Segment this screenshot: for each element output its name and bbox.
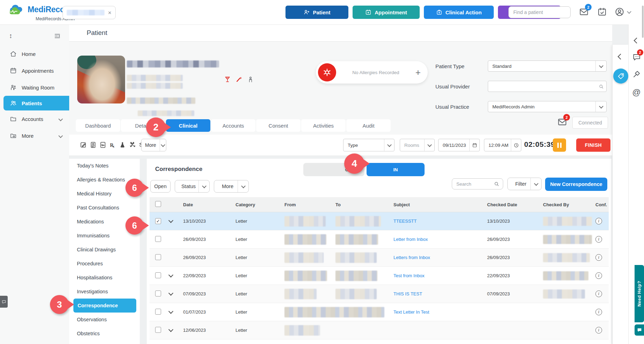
clinical-menu-past-consultations[interactable]: Past Consultations (69, 201, 140, 215)
row-checkbox[interactable] (155, 309, 161, 315)
sidebar-item-patients[interactable]: Patients (3, 96, 69, 110)
table-row[interactable]: 26/09/2023LetterLetters from Inbox26/09/… (150, 249, 609, 267)
pause-button[interactable] (553, 138, 566, 152)
pathology-button[interactable] (119, 141, 126, 149)
info-icon[interactable]: i (595, 327, 602, 334)
need-help-tab[interactable]: Need Help? (635, 265, 644, 322)
pin-button[interactable] (629, 70, 644, 78)
clinical-action-button[interactable]: Clinical Action (424, 6, 494, 19)
chevron-down-icon[interactable] (198, 180, 209, 192)
sidebar-item-accounts[interactable]: Accounts (0, 110, 69, 127)
subject-link[interactable]: Letter from Inbox (393, 237, 428, 242)
usual-provider-input[interactable] (488, 81, 607, 92)
table-row[interactable]: 22/09/2023LetterTest from Inbox22/09/202… (150, 267, 609, 285)
usual-practice-select[interactable]: MediRecords Admin (488, 101, 607, 112)
clinical-menu-observations[interactable]: Observations (69, 313, 140, 327)
help-chat-button[interactable] (635, 324, 644, 336)
mention-button[interactable]: @ (629, 87, 644, 97)
patient-type-select[interactable]: Standard (488, 60, 607, 72)
add-allergy-icon[interactable]: + (415, 67, 421, 78)
sidebar-item-more[interactable]: More (0, 127, 69, 144)
chevron-down-icon[interactable] (160, 139, 166, 151)
collapse-menu-icon[interactable] (54, 33, 61, 40)
person-icon[interactable] (247, 76, 254, 83)
direction-in-toggle[interactable]: IN (367, 163, 425, 176)
info-icon[interactable]: i (595, 272, 602, 279)
row-checkbox[interactable] (155, 254, 161, 260)
clinical-menu-today-s-notes[interactable]: Today's Notes (69, 159, 140, 173)
clinical-menu-clinical-drawings[interactable]: Clinical Drawings (69, 243, 140, 257)
info-icon[interactable]: i (595, 291, 602, 297)
more-actions-button[interactable]: More (214, 180, 249, 193)
sidebar-item-home[interactable]: Home (0, 45, 69, 62)
prescription-button[interactable]: Rx (109, 141, 116, 149)
note-edit-button[interactable] (80, 141, 87, 149)
collapse-rail-button[interactable] (629, 38, 644, 43)
open-button[interactable]: Open (150, 180, 171, 193)
subject-link[interactable]: Letters from Inbox (393, 255, 430, 260)
table-row[interactable]: 26/09/2023LetterLetter from Inbox26/09/2… (150, 230, 609, 249)
row-checkbox[interactable] (155, 327, 161, 333)
sidebar-item-appointments[interactable]: Appointments (0, 62, 69, 79)
account-menu-button[interactable] (614, 7, 631, 17)
resize-handle-icon[interactable]: ↕ (9, 32, 13, 40)
table-row[interactable]: ✓13/10/2023LetterTTEESSTT13/10/2023i (150, 212, 609, 230)
info-icon[interactable]: i (595, 236, 602, 243)
radiology-button[interactable] (129, 141, 136, 149)
tab-audit[interactable]: Audit (346, 119, 391, 132)
smoking-icon[interactable] (236, 76, 243, 83)
find-patient-search[interactable] (508, 6, 571, 18)
row-expander-icon[interactable] (168, 218, 173, 223)
clinical-menu-correspondence[interactable]: Correspondence (73, 299, 136, 313)
table-row[interactable]: 01/07/2023LetterText Letter In Testi (150, 303, 609, 321)
side-chat-tab[interactable] (0, 296, 8, 308)
subject-link[interactable]: Test from Inbox (393, 273, 425, 278)
chevron-down-icon[interactable] (530, 178, 541, 190)
consult-time-field[interactable]: 12:09 AM (484, 139, 521, 151)
rooms-select[interactable]: Rooms (400, 139, 435, 151)
alcohol-icon[interactable] (224, 76, 231, 83)
row-expander-icon[interactable] (168, 291, 173, 296)
find-patient-input[interactable] (513, 9, 577, 15)
chat-button[interactable]: 2 (629, 52, 644, 62)
clinical-menu-hospitalisations[interactable]: Hospitalisations (69, 271, 140, 285)
finish-button[interactable]: FINISH (576, 138, 610, 152)
status-button[interactable]: Status (175, 180, 210, 193)
clinical-menu-investigations[interactable]: Investigations (69, 285, 140, 299)
header-select-all[interactable] (150, 201, 164, 208)
tab-accounts[interactable]: Accounts (211, 119, 255, 132)
clinical-menu-procedures[interactable]: Procedures (69, 257, 140, 271)
consult-date-field[interactable]: 09/11/2023 (438, 139, 480, 151)
row-checkbox[interactable]: ✓ (155, 218, 161, 224)
sidebar-item-waiting-room[interactable]: Waiting Room (0, 79, 69, 96)
close-icon[interactable]: × (108, 10, 111, 16)
info-icon[interactable]: i (595, 218, 602, 224)
patient-mail-button[interactable]: 2 (557, 117, 567, 127)
row-expander-icon[interactable] (168, 327, 173, 332)
info-icon[interactable]: i (595, 254, 602, 261)
open-document-tab[interactable]: × (63, 6, 116, 19)
correspondence-search[interactable] (452, 178, 503, 189)
tab-consent[interactable]: Consent (256, 119, 301, 132)
tag-button[interactable] (613, 69, 628, 84)
page-scrollbar[interactable] (642, 6, 644, 38)
header-calendar-button[interactable] (597, 7, 607, 17)
row-expander-icon[interactable] (168, 309, 173, 314)
table-row[interactable]: 07/09/2023LetterTHIS IS TEST07/09/2023i (150, 285, 609, 303)
expand-panel-chevron-left-icon[interactable] (618, 54, 624, 60)
select-all-checkbox[interactable] (155, 201, 161, 207)
clinical-menu-obstetrics[interactable]: Obstetrics (69, 327, 140, 341)
patient-photo[interactable] (77, 56, 125, 103)
new-correspondence-button[interactable]: New Correspondence (545, 178, 607, 191)
table-row[interactable]: 12/06/2023Letteri (150, 321, 609, 339)
tab-activities[interactable]: Activities (301, 119, 346, 132)
patient-button[interactable]: Patient (285, 6, 348, 19)
letter-button[interactable] (89, 141, 97, 149)
toolbar-more-button[interactable]: More (141, 139, 166, 151)
filter-button[interactable]: Filter (507, 178, 542, 190)
consult-type-select[interactable]: Type (343, 139, 395, 151)
appointment-button[interactable]: Appointment (353, 6, 420, 19)
subject-link[interactable]: TTEESSTT (393, 218, 417, 224)
connection-status-button[interactable]: Connected (572, 117, 608, 129)
header-mail-button[interactable]: 2 (579, 7, 589, 17)
